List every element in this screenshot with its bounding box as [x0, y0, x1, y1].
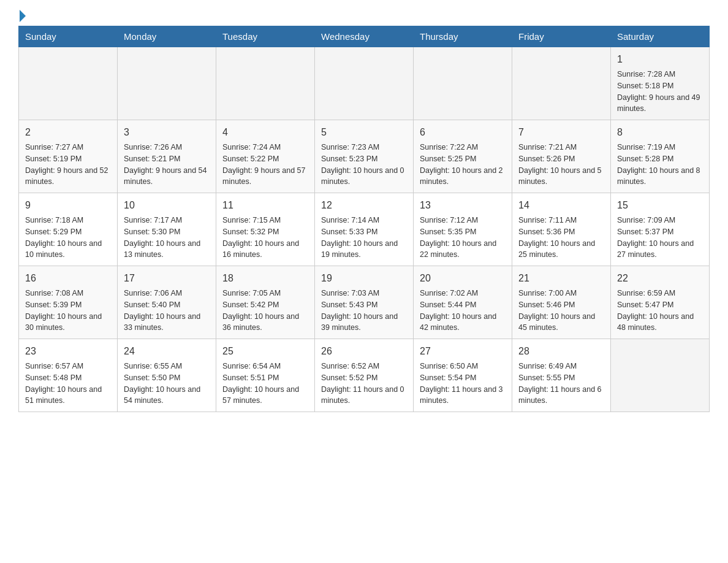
daylight-text: Daylight: 10 hours and 51 minutes.: [25, 385, 102, 405]
sunrise-text: Sunrise: 7:00 AM: [518, 289, 577, 297]
sunset-text: Sunset: 5:22 PM: [222, 155, 279, 163]
day-number: 8: [617, 125, 703, 140]
day-number: 2: [25, 125, 111, 140]
daylight-text: Daylight: 10 hours and 22 minutes.: [420, 239, 496, 259]
sunrise-text: Sunrise: 7:02 AM: [420, 289, 478, 297]
sunrise-text: Sunrise: 7:18 AM: [25, 216, 83, 224]
sunset-text: Sunset: 5:21 PM: [124, 155, 180, 163]
daylight-text: Daylight: 10 hours and 10 minutes.: [25, 239, 102, 259]
sunrise-text: Sunrise: 7:17 AM: [124, 216, 182, 224]
calendar-cell: 20Sunrise: 7:02 AMSunset: 5:44 PMDayligh…: [414, 266, 512, 339]
sunset-text: Sunset: 5:33 PM: [321, 228, 377, 236]
daylight-text: Daylight: 9 hours and 57 minutes.: [222, 166, 306, 186]
calendar-cell: 28Sunrise: 6:49 AMSunset: 5:55 PMDayligh…: [512, 339, 611, 412]
daylight-text: Daylight: 9 hours and 54 minutes.: [124, 166, 207, 186]
day-number: 23: [25, 344, 111, 359]
daylight-text: Daylight: 10 hours and 25 minutes.: [518, 239, 595, 259]
daylight-text: Daylight: 10 hours and 16 minutes.: [222, 239, 299, 259]
sunset-text: Sunset: 5:42 PM: [222, 301, 279, 309]
calendar-cell: 12Sunrise: 7:14 AMSunset: 5:33 PMDayligh…: [315, 193, 414, 266]
calendar-cell: [414, 47, 512, 120]
calendar-cell: 1Sunrise: 7:28 AMSunset: 5:18 PMDaylight…: [611, 47, 710, 120]
sunset-text: Sunset: 5:29 PM: [25, 228, 82, 236]
day-number: 28: [518, 344, 604, 359]
calendar-cell: 10Sunrise: 7:17 AMSunset: 5:30 PMDayligh…: [118, 193, 216, 266]
daylight-text: Daylight: 10 hours and 54 minutes.: [124, 385, 200, 405]
sunrise-text: Sunrise: 7:03 AM: [321, 289, 379, 297]
logo: [18, 12, 26, 20]
sunset-text: Sunset: 5:19 PM: [25, 155, 82, 163]
day-number: 14: [518, 198, 604, 213]
calendar-day-header: Saturday: [611, 26, 710, 47]
calendar-week-row: 23Sunrise: 6:57 AMSunset: 5:48 PMDayligh…: [19, 339, 710, 412]
sunset-text: Sunset: 5:26 PM: [518, 155, 575, 163]
calendar-week-row: 1Sunrise: 7:28 AMSunset: 5:18 PMDaylight…: [19, 47, 710, 120]
calendar-day-header: Sunday: [19, 26, 118, 47]
calendar-cell: [611, 339, 710, 412]
sunrise-text: Sunrise: 7:05 AM: [222, 289, 281, 297]
sunrise-text: Sunrise: 7:06 AM: [124, 289, 182, 297]
calendar-cell: 14Sunrise: 7:11 AMSunset: 5:36 PMDayligh…: [512, 193, 611, 266]
sunset-text: Sunset: 5:23 PM: [321, 155, 377, 163]
calendar-table: SundayMondayTuesdayWednesdayThursdayFrid…: [18, 26, 710, 412]
day-number: 22: [617, 271, 703, 286]
sunrise-text: Sunrise: 6:50 AM: [420, 362, 478, 370]
sunset-text: Sunset: 5:51 PM: [222, 373, 279, 382]
calendar-cell: 8Sunrise: 7:19 AMSunset: 5:28 PMDaylight…: [611, 120, 710, 193]
day-number: 16: [25, 271, 111, 286]
calendar-cell: 25Sunrise: 6:54 AMSunset: 5:51 PMDayligh…: [216, 339, 315, 412]
sunset-text: Sunset: 5:48 PM: [25, 373, 82, 382]
sunset-text: Sunset: 5:39 PM: [25, 301, 82, 309]
calendar-cell: 3Sunrise: 7:26 AMSunset: 5:21 PMDaylight…: [118, 120, 216, 193]
sunrise-text: Sunrise: 7:14 AM: [321, 216, 379, 224]
daylight-text: Daylight: 10 hours and 39 minutes.: [321, 312, 398, 332]
daylight-text: Daylight: 10 hours and 45 minutes.: [518, 312, 595, 332]
day-number: 3: [124, 125, 210, 140]
daylight-text: Daylight: 10 hours and 33 minutes.: [124, 312, 200, 332]
calendar-cell: 7Sunrise: 7:21 AMSunset: 5:26 PMDaylight…: [512, 120, 611, 193]
calendar-cell: 22Sunrise: 6:59 AMSunset: 5:47 PMDayligh…: [611, 266, 710, 339]
calendar-cell: [315, 47, 414, 120]
sunset-text: Sunset: 5:43 PM: [321, 301, 377, 309]
sunrise-text: Sunrise: 7:27 AM: [25, 143, 83, 151]
daylight-text: Daylight: 10 hours and 30 minutes.: [25, 312, 102, 332]
daylight-text: Daylight: 11 hours and 6 minutes.: [518, 385, 602, 405]
calendar-cell: [118, 47, 216, 120]
day-number: 13: [420, 198, 506, 213]
sunrise-text: Sunrise: 6:52 AM: [321, 362, 379, 370]
sunrise-text: Sunrise: 7:15 AM: [222, 216, 281, 224]
sunrise-text: Sunrise: 7:28 AM: [617, 70, 675, 79]
calendar-day-header: Monday: [118, 26, 216, 47]
calendar-cell: 11Sunrise: 7:15 AMSunset: 5:32 PMDayligh…: [216, 193, 315, 266]
sunrise-text: Sunrise: 7:26 AM: [124, 143, 182, 151]
sunset-text: Sunset: 5:37 PM: [617, 228, 673, 236]
daylight-text: Daylight: 10 hours and 48 minutes.: [617, 312, 694, 332]
calendar-cell: [216, 47, 315, 120]
calendar-cell: [512, 47, 611, 120]
day-number: 11: [222, 198, 308, 213]
calendar-cell: 24Sunrise: 6:55 AMSunset: 5:50 PMDayligh…: [118, 339, 216, 412]
calendar-cell: 4Sunrise: 7:24 AMSunset: 5:22 PMDaylight…: [216, 120, 315, 193]
calendar-cell: 9Sunrise: 7:18 AMSunset: 5:29 PMDaylight…: [19, 193, 118, 266]
calendar-cell: 18Sunrise: 7:05 AMSunset: 5:42 PMDayligh…: [216, 266, 315, 339]
sunset-text: Sunset: 5:28 PM: [617, 155, 673, 163]
calendar-day-header: Thursday: [414, 26, 512, 47]
daylight-text: Daylight: 10 hours and 42 minutes.: [420, 312, 496, 332]
sunset-text: Sunset: 5:40 PM: [124, 301, 180, 309]
calendar-cell: [19, 47, 118, 120]
day-number: 6: [420, 125, 506, 140]
sunset-text: Sunset: 5:54 PM: [420, 373, 476, 382]
calendar-week-row: 2Sunrise: 7:27 AMSunset: 5:19 PMDaylight…: [19, 120, 710, 193]
calendar-cell: 21Sunrise: 7:00 AMSunset: 5:46 PMDayligh…: [512, 266, 611, 339]
calendar-day-header: Tuesday: [216, 26, 315, 47]
sunrise-text: Sunrise: 6:57 AM: [25, 362, 83, 370]
daylight-text: Daylight: 10 hours and 36 minutes.: [222, 312, 299, 332]
sunrise-text: Sunrise: 6:54 AM: [222, 362, 281, 370]
page-header: [18, 12, 710, 20]
calendar-header-row: SundayMondayTuesdayWednesdayThursdayFrid…: [19, 26, 710, 47]
daylight-text: Daylight: 10 hours and 0 minutes.: [321, 166, 404, 186]
day-number: 15: [617, 198, 703, 213]
sunrise-text: Sunrise: 7:11 AM: [518, 216, 577, 224]
day-number: 20: [420, 271, 506, 286]
sunset-text: Sunset: 5:18 PM: [617, 82, 673, 90]
